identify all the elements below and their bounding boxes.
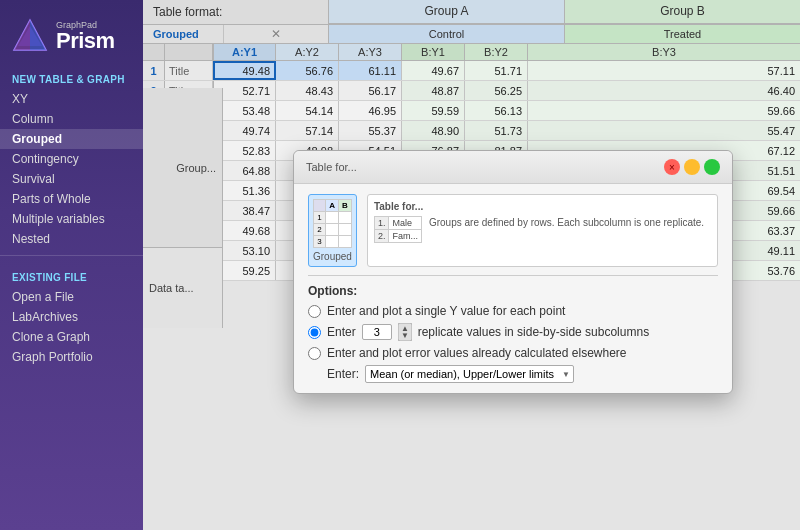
dialog-maximize-button[interactable] bbox=[704, 159, 720, 175]
sidebar-item-multiple-variables[interactable]: Multiple variables bbox=[0, 209, 143, 229]
dialog-close-button[interactable]: × bbox=[664, 159, 680, 175]
sidebar-item-parts-of-whole[interactable]: Parts of Whole bbox=[0, 189, 143, 209]
option-single-label: Enter and plot a single Y value for each… bbox=[327, 304, 565, 318]
sidebar-item-labarchives[interactable]: LabArchives bbox=[0, 307, 143, 327]
svg-marker-3 bbox=[14, 20, 30, 50]
option-replicate-post: replicate values in side-by-side subcolu… bbox=[418, 325, 649, 339]
mini-preview-table: 1.Male 2.Fam... bbox=[374, 216, 422, 243]
radio-replicate[interactable] bbox=[308, 326, 321, 339]
thumb-grouped-table: AB 1 2 3 bbox=[313, 199, 352, 248]
options-title: Options: bbox=[308, 284, 718, 298]
option-row-error: Enter and plot error values already calc… bbox=[308, 346, 718, 360]
options-section: Options: Enter and plot a single Y value… bbox=[308, 275, 718, 383]
mini-table-label: Table for... bbox=[374, 201, 711, 212]
radio-error-values[interactable] bbox=[308, 347, 321, 360]
option-row-replicate: Enter ▲ ▼ replicate values in side-by-si… bbox=[308, 323, 718, 341]
prism-logo-icon bbox=[12, 18, 48, 54]
mini-table-preview: 1.Male 2.Fam... Groups are defined by ro… bbox=[374, 216, 711, 243]
format-dialog: Table for... × AB 1 2 3 bbox=[293, 150, 733, 394]
new-table-section-title: NEW TABLE & GRAPH bbox=[0, 64, 143, 89]
replicate-stepper[interactable]: ▲ ▼ bbox=[398, 323, 412, 341]
sidebar-item-column[interactable]: Column bbox=[0, 109, 143, 129]
option-error-label: Enter and plot error values already calc… bbox=[327, 346, 627, 360]
dialog-minimize-button[interactable] bbox=[684, 159, 700, 175]
thumb-grouped-label: Grouped bbox=[313, 251, 352, 262]
option-row-single: Enter and plot a single Y value for each… bbox=[308, 304, 718, 318]
sidebar-item-clone-graph[interactable]: Clone a Graph bbox=[0, 327, 143, 347]
dialog-header: Table for... × bbox=[294, 151, 732, 184]
sidebar-item-contingency[interactable]: Contingency bbox=[0, 149, 143, 169]
enter-label: Enter: bbox=[327, 367, 359, 381]
logo-text: GraphPad Prism bbox=[56, 21, 115, 52]
main-area: Table format: Group A Group B Grouped ✕ … bbox=[143, 0, 800, 530]
radio-single-value[interactable] bbox=[308, 305, 321, 318]
sidebar-item-xy[interactable]: XY bbox=[0, 89, 143, 109]
table-thumbnails: AB 1 2 3 Grouped Table for... 1.Mal bbox=[308, 194, 718, 267]
logo-area: GraphPad Prism bbox=[0, 0, 143, 64]
sidebar-item-survival[interactable]: Survival bbox=[0, 169, 143, 189]
enter-select[interactable]: Mean (or median), Upper/Lower limits bbox=[365, 365, 574, 383]
enter-row: Enter: Mean (or median), Upper/Lower lim… bbox=[308, 365, 718, 383]
dialog-body: AB 1 2 3 Grouped Table for... 1.Mal bbox=[294, 184, 732, 393]
option-replicate-pre: Enter bbox=[327, 325, 356, 339]
sidebar-item-nested[interactable]: Nested bbox=[0, 229, 143, 249]
sidebar-divider bbox=[0, 255, 143, 256]
enter-select-wrapper[interactable]: Mean (or median), Upper/Lower limits bbox=[365, 365, 574, 383]
thumb-grouped-selected[interactable]: AB 1 2 3 Grouped bbox=[308, 194, 357, 267]
sidebar-item-open-file[interactable]: Open a File bbox=[0, 287, 143, 307]
dialog-header-label: Table for... bbox=[306, 161, 357, 173]
dialog-info-panel: Table for... 1.Male 2.Fam... Groups are … bbox=[367, 194, 718, 267]
sidebar-item-grouped[interactable]: Grouped bbox=[0, 129, 143, 149]
svg-text:▼: ▼ bbox=[401, 331, 409, 340]
dialog-window-controls: × bbox=[664, 159, 720, 175]
logo-prism-label: Prism bbox=[56, 30, 115, 52]
replicate-count-input[interactable] bbox=[362, 324, 392, 340]
existing-file-section-title: EXISTING FILE bbox=[0, 262, 143, 287]
mini-description: Groups are defined by rows. Each subcolu… bbox=[429, 216, 704, 230]
sidebar-item-graph-portfolio[interactable]: Graph Portfolio bbox=[0, 347, 143, 367]
sidebar: GraphPad Prism NEW TABLE & GRAPH XY Colu… bbox=[0, 0, 143, 530]
